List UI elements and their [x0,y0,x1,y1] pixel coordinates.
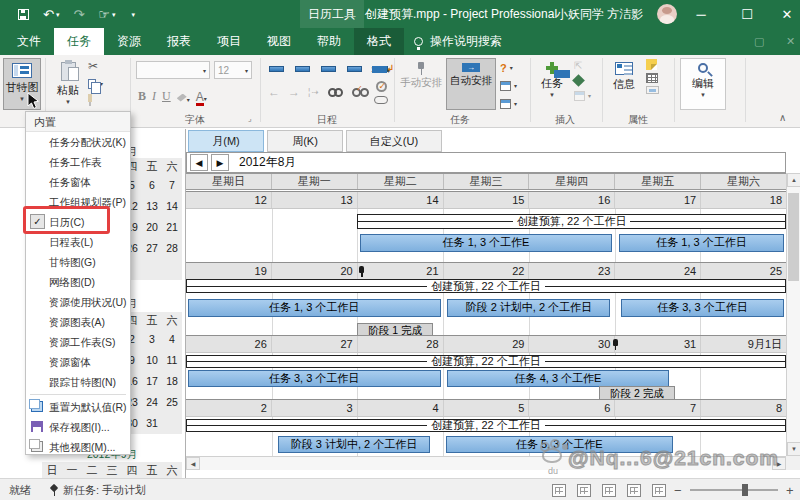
next-month-button[interactable]: ▶ [211,154,229,171]
tab-项目[interactable]: 项目 [204,28,254,55]
date-cell[interactable]: 31 [614,336,700,352]
date-cell[interactable]: 16 [528,192,614,208]
unlink-tasks-button[interactable] [352,88,368,97]
split-task-button[interactable]: ¦⇢ [308,87,320,97]
mini-month-grid[interactable]: 日一二三四五六 [42,462,182,478]
font-name-combobox[interactable]: ▾ [136,61,210,79]
calendar-tab-自定义(U)[interactable]: 自定义(U) [346,130,442,152]
task-information-button[interactable]: 信息 [606,58,642,110]
percent-complete-25-button[interactable]: 25% [290,58,314,80]
gantt-view-shortcut[interactable] [552,484,566,497]
scroll-left-button[interactable]: ◀ [186,457,200,470]
percent-complete-50-button[interactable]: 50% [316,58,340,80]
menu-item-日程表(L)[interactable]: 日程表(L) [26,232,130,252]
zoom-in-button[interactable]: + [786,479,794,500]
task-inspector-button[interactable]: ?▾ [500,60,517,75]
date-cell[interactable]: 3 [271,400,357,416]
menu-item-跟踪甘特图(N)[interactable]: 跟踪甘特图(N) [26,372,130,392]
date-cell[interactable]: 2 [186,400,271,416]
italic-button[interactable]: I [152,89,156,104]
report-view-shortcut[interactable] [652,484,666,497]
sheet-view-shortcut[interactable] [627,484,641,497]
vertical-scrollbar[interactable]: ▲ ▼ [786,173,800,456]
menu-item-资源窗体[interactable]: 资源窗体 [26,352,130,372]
task-bar[interactable]: 任务 3, 3 个工作日 [621,299,785,317]
summary-task-bar[interactable]: 创建预算, 22 个工作日 [357,214,786,229]
format-painter-button[interactable] [88,94,103,102]
percent-complete-0-button[interactable]: 0% [264,58,288,80]
respect-links-button[interactable]: ▾ [372,59,390,77]
tab-任务[interactable]: 任务 [54,28,104,55]
zoom-slider-thumb[interactable] [742,484,748,496]
close-button[interactable]: ✕ [770,0,800,28]
date-cell[interactable]: 14 [357,192,443,208]
percent-complete-75-button[interactable]: 75% [342,58,366,80]
insert-milestone-button[interactable] [574,76,591,85]
tell-me-search[interactable]: 操作说明搜索 [414,28,502,55]
task-mode-button[interactable]: ▾ [500,96,517,111]
date-cell[interactable]: 19 [186,263,271,279]
task-bar[interactable]: 任务 5, 3 个工作E [446,436,673,453]
milestone-bar[interactable]: 阶段 2 完成 [599,386,674,399]
inactivate-task-icon[interactable] [374,96,388,104]
date-cell[interactable]: 25 [700,263,786,279]
add-to-timeline-button[interactable] [646,86,659,94]
date-cell[interactable]: 24 [614,263,700,279]
task-bar[interactable]: 任务 1, 3 个工作日 [619,234,784,252]
maximize-button[interactable]: ☐ [730,0,764,28]
scroll-up-button[interactable]: ▲ [787,173,800,187]
cut-button[interactable]: ✂ [88,59,103,73]
redo-button[interactable]: ↷ [73,8,84,21]
date-cell[interactable]: 28 [357,336,443,352]
date-cell[interactable]: 12 [186,192,271,208]
menu-item-保存视图(I)[interactable]: 保存视图(I)... [26,417,130,437]
insert-task-button[interactable]: 任务 ▼ [534,58,570,110]
date-cell[interactable]: 9月1日 [700,336,786,352]
insert-summary-button[interactable]: ⇱ [574,59,591,73]
move-task-button[interactable]: ▾ [500,78,517,93]
insert-deliverable-button[interactable]: ▾ [574,88,591,103]
usage-view-shortcut[interactable] [577,484,591,497]
undo-button[interactable]: ↶▾ [43,8,59,21]
task-notes-button[interactable] [646,59,659,70]
date-cell[interactable]: 21 [357,263,443,279]
new-task-mode[interactable]: 新任务: 手动计划 [50,479,146,500]
date-cell[interactable]: 4 [357,400,443,416]
tab-帮助[interactable]: 帮助 [304,28,354,55]
previous-month-button[interactable]: ◀ [190,154,208,171]
highlight-color-button[interactable]: ▾ [177,88,190,106]
date-cell[interactable]: 30 [528,336,614,352]
task-bar[interactable]: 阶段 2 计划中, 2 个工作日 [447,299,610,317]
date-cell[interactable]: 13 [271,192,357,208]
avatar[interactable] [657,4,677,24]
menu-item-甘特图(G)[interactable]: 甘特图(G) [26,252,130,272]
account-name[interactable]: 小妖同学 方洁影 [556,0,643,28]
save-button[interactable] [18,9,29,20]
underline-button[interactable]: U [162,89,171,104]
scroll-down-button[interactable]: ▼ [787,442,800,456]
menu-item-任务工作表[interactable]: 任务工作表 [26,152,130,172]
font-dialog-launcher[interactable]: ⌟ [248,114,252,123]
menu-item-任务分配状况(K)[interactable]: 任务分配状况(K) [26,132,130,152]
zoom-slider-track[interactable] [690,489,778,491]
date-cell[interactable]: 18 [700,192,786,208]
date-cell[interactable]: 8 [700,400,786,416]
date-cell[interactable]: 27 [271,336,357,352]
task-details-button[interactable] [646,73,659,83]
collapse-ribbon-button[interactable]: ∧ [779,112,786,123]
bold-button[interactable]: B [138,89,146,104]
menu-item-任务窗体[interactable]: 任务窗体 [26,172,130,192]
summary-task-bar[interactable]: 创建预算, 22 个工作日 [186,355,786,368]
date-cell[interactable]: 15 [443,192,529,208]
task-bar[interactable]: 任务 1, 3 个工作E [360,234,612,252]
date-cell[interactable]: 22 [443,263,529,279]
font-color-button[interactable]: A▾ [196,87,207,106]
indent-task-button[interactable]: → [288,85,300,99]
manually-schedule-button[interactable]: 手动安排 [398,58,444,110]
date-cell[interactable]: 6 [528,400,614,416]
link-tasks-button[interactable] [328,88,344,97]
task-bar[interactable]: 阶段 3 计划中, 2 个工作日 [278,436,431,453]
task-bar[interactable]: 任务 1, 3 个工作日 [188,299,441,317]
menu-item-资源使用状况(U)[interactable]: 资源使用状况(U) [26,292,130,312]
task-bar[interactable]: 任务 4, 3 个工作E [447,370,668,387]
